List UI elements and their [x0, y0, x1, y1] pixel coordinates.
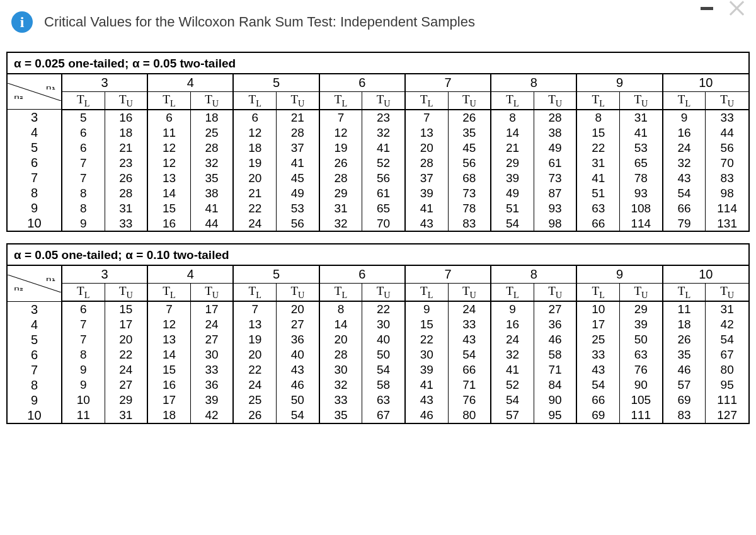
cell-tl: 11: [62, 408, 105, 423]
sub-header-tl: TL: [576, 284, 619, 301]
sub-header-tl: TL: [491, 284, 534, 301]
cell-tl: 14: [491, 125, 534, 140]
column-group-header: 6: [319, 74, 405, 92]
cell-tl: 26: [233, 408, 276, 423]
cell-tl: 33: [319, 393, 362, 408]
sub-header-tu: TU: [706, 284, 748, 301]
column-group-header: 4: [147, 74, 233, 92]
cell-tl: 35: [663, 347, 706, 362]
cell-tl: 57: [663, 377, 706, 393]
sub-header-tu: TU: [277, 284, 319, 301]
cell-tl: 9: [62, 377, 105, 393]
cell-tu: 83: [448, 216, 491, 231]
cell-tu: 98: [706, 185, 748, 200]
cell-tu: 54: [448, 347, 491, 362]
cell-tu: 78: [620, 170, 663, 185]
cell-tu: 54: [706, 332, 748, 347]
cell-tu: 80: [706, 362, 748, 377]
cell-tu: 33: [706, 110, 748, 125]
table-row: 68221430204028503054325833633567: [8, 347, 748, 362]
cell-tl: 43: [405, 216, 448, 231]
cell-tu: 80: [448, 408, 491, 423]
cell-tu: 50: [277, 393, 319, 408]
cell-tl: 31: [319, 200, 362, 216]
cell-tl: 32: [319, 216, 362, 231]
table-row: 67231232194126522856296131653270: [8, 155, 748, 170]
cell-tu: 28: [534, 110, 576, 125]
cell-tl: 17: [147, 393, 190, 408]
cell-tu: 26: [448, 110, 491, 125]
cell-tu: 30: [190, 347, 233, 362]
cell-tu: 73: [534, 170, 576, 185]
row-label: 7: [8, 170, 62, 185]
cell-tl: 16: [147, 377, 190, 393]
sub-header-tl: TL: [319, 284, 362, 301]
cell-tl: 16: [663, 125, 706, 140]
cell-tu: 46: [534, 332, 576, 347]
wilcoxon-table: n₁ n₂ 345678910TLTUTLTUTLTUTLTUTLTUTLTUT…: [8, 74, 748, 231]
cell-tu: 46: [277, 377, 319, 393]
cell-tl: 66: [576, 393, 619, 408]
cell-tl: 18: [233, 140, 276, 155]
row-label: 9: [8, 393, 62, 408]
cell-tl: 39: [491, 170, 534, 185]
cell-tu: 83: [706, 170, 748, 185]
cell-tu: 31: [105, 200, 147, 216]
cell-tu: 35: [190, 170, 233, 185]
cell-tl: 26: [319, 155, 362, 170]
cell-tu: 67: [362, 408, 405, 423]
cell-tu: 76: [620, 362, 663, 377]
cell-tu: 41: [362, 140, 405, 155]
cell-tu: 36: [277, 332, 319, 347]
cell-tu: 52: [362, 155, 405, 170]
cell-tu: 56: [277, 216, 319, 231]
cell-tl: 33: [576, 347, 619, 362]
cell-tl: 28: [405, 155, 448, 170]
svg-text:n₂: n₂: [14, 94, 23, 100]
cell-tu: 105: [620, 393, 663, 408]
cell-tl: 32: [491, 347, 534, 362]
cell-tu: 22: [362, 301, 405, 317]
cell-tl: 8: [62, 347, 105, 362]
sub-header-tu: TU: [190, 284, 233, 301]
cell-tl: 8: [62, 185, 105, 200]
cell-tu: 29: [105, 393, 147, 408]
cell-tl: 7: [62, 332, 105, 347]
cell-tl: 54: [491, 216, 534, 231]
sub-header-tu: TU: [534, 92, 576, 110]
table-row: 57201327193620402243244625502654: [8, 332, 748, 347]
cell-tl: 46: [663, 362, 706, 377]
cell-tu: 95: [534, 408, 576, 423]
dialog-title: Critical Values for the Wilcoxon Rank Su…: [44, 14, 475, 30]
cell-tu: 45: [277, 170, 319, 185]
table-row: 88281438214929613973498751935498: [8, 185, 748, 200]
row-label: 5: [8, 140, 62, 155]
cell-tl: 8: [319, 301, 362, 317]
cell-tl: 54: [576, 377, 619, 393]
row-label: 10: [8, 216, 62, 231]
cell-tu: 63: [620, 347, 663, 362]
cell-tl: 20: [319, 332, 362, 347]
column-group-header: 7: [405, 74, 491, 92]
table-row: 46181125122812321335143815411644: [8, 125, 748, 140]
cell-tl: 10: [62, 393, 105, 408]
cell-tu: 63: [362, 393, 405, 408]
cell-tu: 29: [620, 301, 663, 317]
cell-tu: 18: [190, 110, 233, 125]
column-group-header: 5: [233, 266, 319, 284]
cell-tl: 14: [147, 347, 190, 362]
minimize-icon[interactable]: [701, 7, 713, 10]
sub-header-tu: TU: [706, 92, 748, 110]
cell-tl: 10: [576, 301, 619, 317]
cell-tl: 69: [576, 408, 619, 423]
svg-text:n₂: n₂: [14, 285, 23, 292]
column-group-header: 5: [233, 74, 319, 92]
close-icon[interactable]: [728, 0, 745, 16]
cell-tu: 23: [105, 155, 147, 170]
cell-tu: 90: [534, 393, 576, 408]
sub-header-tu: TU: [448, 92, 491, 110]
sub-header-tl: TL: [62, 92, 105, 110]
cell-tu: 58: [534, 347, 576, 362]
cell-tl: 8: [62, 200, 105, 216]
cell-tl: 14: [147, 185, 190, 200]
